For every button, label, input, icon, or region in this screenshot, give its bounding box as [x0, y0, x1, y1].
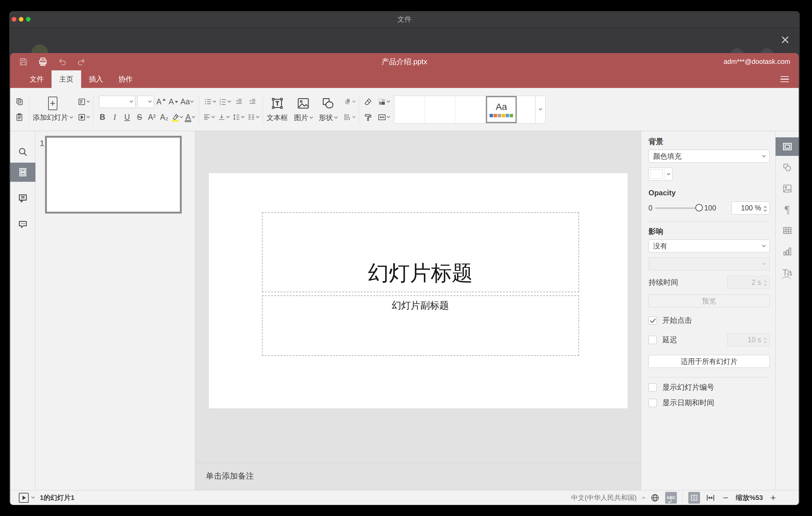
duration-label: 持续时间 [648, 278, 678, 287]
table-settings-tab[interactable] [776, 221, 799, 240]
search-button[interactable] [10, 141, 35, 163]
tab-home[interactable]: 主页 [52, 70, 81, 88]
opacity-slider[interactable] [655, 204, 699, 212]
slide-canvas[interactable]: 幻灯片标题 幻灯片副标题 [195, 131, 641, 463]
font-size-select[interactable] [137, 96, 154, 108]
theme-option[interactable] [455, 96, 486, 123]
title-placeholder[interactable]: 幻灯片标题 [262, 212, 579, 292]
insert-image-button[interactable]: 图片 [294, 96, 313, 122]
slides-panel-button[interactable] [10, 163, 35, 182]
document-language-icon[interactable] [650, 493, 660, 503]
decrease-indent-button[interactable] [234, 96, 244, 108]
tab-file[interactable]: 文件 [22, 70, 52, 88]
slide-layout-button[interactable] [78, 96, 89, 108]
color-scheme-button[interactable] [378, 96, 390, 108]
slide-thumbnail[interactable] [45, 136, 182, 213]
paragraph-settings-tab[interactable]: ¶ [776, 200, 799, 219]
slide-size-button[interactable] [378, 111, 390, 123]
theme-option[interactable] [517, 96, 535, 123]
subtitle-placeholder[interactable]: 幻灯片副标题 [262, 295, 579, 356]
increase-indent-button[interactable] [247, 96, 258, 108]
close-icon[interactable] [781, 35, 790, 45]
comments-button[interactable] [10, 189, 35, 208]
color-dropdown-icon[interactable] [664, 168, 672, 180]
start-slideshow-status-icon[interactable] [19, 493, 29, 503]
zoom-in-button[interactable]: + [768, 492, 778, 503]
chart-settings-tab[interactable] [776, 242, 799, 261]
arrange-shape-button[interactable] [343, 96, 355, 108]
strikeout-button[interactable]: S [134, 111, 145, 123]
shape-settings-tab[interactable] [776, 158, 799, 177]
redo-icon[interactable] [77, 57, 86, 66]
textart-settings-tab[interactable]: Ta [776, 263, 799, 282]
italic-button[interactable]: I [110, 111, 120, 123]
slide[interactable]: 幻灯片标题 幻灯片副标题 [209, 173, 628, 408]
fit-to-width-button[interactable] [705, 493, 716, 503]
theme-option[interactable] [394, 96, 425, 123]
decrease-font-button[interactable]: A [168, 96, 179, 108]
save-icon[interactable] [19, 57, 28, 66]
tab-collaboration[interactable]: 协作 [111, 70, 140, 88]
background-fill-select[interactable]: 颜色填充 [648, 150, 770, 163]
clear-style-icon[interactable] [363, 96, 373, 108]
font-color-button[interactable]: A [184, 111, 195, 123]
bold-button[interactable]: B [97, 111, 108, 123]
spellcheck-toggle[interactable]: ABC [665, 492, 677, 504]
add-slide-button[interactable]: + 添加幻灯片 [33, 96, 72, 122]
font-name-select[interactable] [99, 96, 136, 108]
delay-checkbox[interactable] [648, 336, 657, 344]
background-label: 背景 [648, 137, 770, 147]
apply-to-all-slides-button[interactable]: 适用于所有幻灯片 [648, 355, 770, 368]
undo-icon[interactable] [58, 57, 67, 66]
subscript-button[interactable]: A₂ [159, 111, 169, 123]
fit-to-slide-button[interactable] [688, 492, 700, 504]
zoom-out-button[interactable]: − [721, 492, 730, 503]
change-case-button[interactable]: Aa [180, 96, 194, 108]
theme-option-selected[interactable]: Aa [486, 96, 517, 123]
start-on-click-checkbox[interactable] [648, 316, 657, 325]
show-slide-number-row: 显示幻灯片编号 [648, 382, 770, 392]
effect-select[interactable]: 没有 [648, 239, 770, 253]
zoom-level: 缩放%53 [736, 493, 763, 503]
background-fill-color-swatch[interactable] [648, 168, 672, 180]
slider-handle[interactable] [695, 204, 703, 211]
spinner-arrows[interactable] [764, 205, 766, 211]
slide-settings-tab[interactable] [776, 137, 799, 156]
theme-option[interactable] [425, 96, 455, 123]
theme-gallery-expand-icon[interactable] [535, 96, 545, 123]
language-selector[interactable]: 中文(中华人民共和国) [571, 493, 637, 503]
horizontal-align-button[interactable] [203, 111, 214, 123]
line-spacing-button[interactable] [232, 111, 244, 123]
chat-button[interactable] [10, 214, 35, 234]
tab-insert[interactable]: 插入 [81, 70, 111, 88]
bullets-button[interactable] [204, 96, 216, 108]
image-settings-tab[interactable] [776, 179, 799, 198]
notes-placeholder: 单击添加备注 [206, 471, 254, 481]
opacity-max-label: 100 [704, 204, 716, 212]
underline-button[interactable]: U [122, 111, 132, 123]
insert-shape-button[interactable]: 形状 [319, 96, 337, 122]
increase-font-button[interactable]: A [156, 96, 166, 108]
align-shape-button[interactable] [343, 111, 355, 123]
menu-icon[interactable] [781, 76, 789, 82]
vertical-align-button[interactable] [218, 111, 229, 123]
opacity-spinner[interactable]: 100 % [731, 202, 770, 214]
start-slideshow-button[interactable] [78, 111, 89, 123]
insert-textbox-button[interactable]: 文本框 [266, 96, 288, 122]
highlight-color-button[interactable] [171, 111, 183, 123]
copy-style-icon[interactable] [363, 111, 373, 123]
numbering-button[interactable]: 123 [219, 96, 230, 108]
notes-area[interactable]: 单击添加备注 [195, 463, 641, 490]
copy-icon[interactable] [14, 96, 25, 108]
slideshow-options-icon[interactable] [31, 495, 34, 498]
show-datetime-checkbox[interactable] [648, 399, 657, 407]
status-bar: 1的幻灯片1 中文(中华人民共和国) ABC [10, 490, 799, 505]
paste-icon[interactable] [14, 111, 25, 123]
superscript-button[interactable]: A² [147, 111, 157, 123]
show-slide-number-checkbox[interactable] [648, 383, 657, 392]
insert-group: 文本框 图片 形状 [266, 96, 355, 123]
columns-button[interactable] [247, 111, 259, 123]
language-caret-icon [642, 496, 645, 500]
slider-track [655, 207, 699, 209]
ribbon-tab-bar: 文件 主页 插入 协作 [10, 70, 799, 88]
